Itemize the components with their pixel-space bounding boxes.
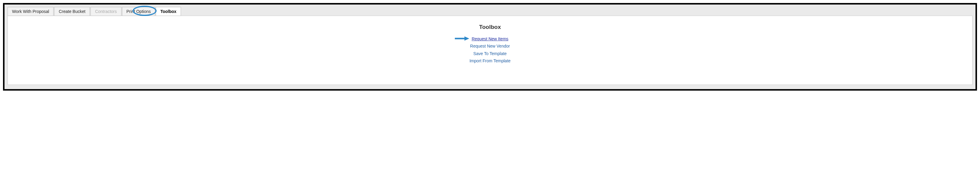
toolbox-link-list: Request New Items Request New Vendor Sav…	[11, 36, 969, 64]
link-request-new-items[interactable]: Request New Items	[472, 37, 508, 41]
panel-title: Toolbox	[11, 24, 969, 30]
svg-marker-1	[465, 37, 469, 41]
tab-work-with-proposal[interactable]: Work With Proposal	[8, 7, 54, 16]
tab-create-bucket[interactable]: Create Bucket	[54, 7, 90, 16]
tab-contractors: Contractors	[91, 7, 121, 16]
tab-strip: Work With Proposal Create Bucket Contrac…	[8, 7, 972, 16]
link-import-from-template[interactable]: Import From Template	[469, 58, 511, 64]
toolbox-panel: Toolbox Request New Items Request New Ve…	[8, 16, 972, 85]
arrow-annotation-icon	[454, 36, 469, 43]
link-request-new-vendor[interactable]: Request New Vendor	[470, 43, 510, 49]
app-frame: Work With Proposal Create Bucket Contrac…	[3, 3, 977, 91]
tab-toolbox[interactable]: Toolbox	[156, 7, 181, 16]
tab-print-options[interactable]: Print Options	[122, 7, 156, 16]
link-save-to-template[interactable]: Save To Template	[474, 51, 507, 57]
